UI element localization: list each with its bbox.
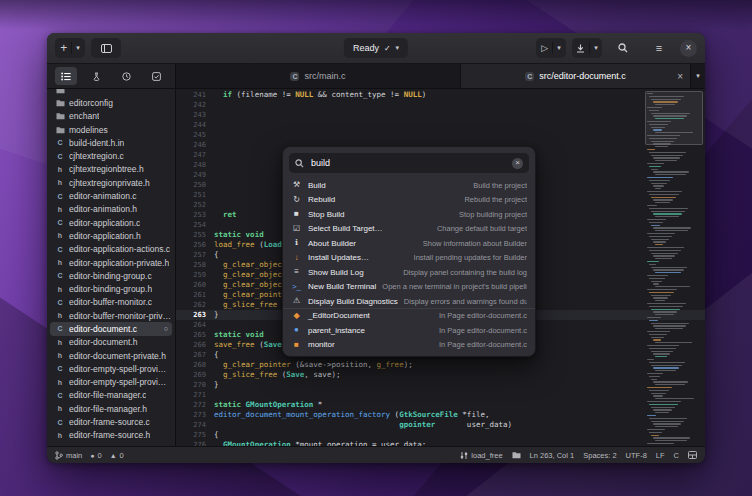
code-text: static void xyxy=(214,230,264,240)
todo-tab[interactable] xyxy=(145,67,167,85)
build-pipeline-tab[interactable] xyxy=(85,67,107,85)
code-line[interactable]: 245 xyxy=(176,130,705,140)
file-tree-item[interactable]: Ceditor-application.c xyxy=(47,216,175,229)
project-tree-tab[interactable] xyxy=(55,67,77,85)
project-folder-button[interactable] xyxy=(512,451,521,459)
code-line[interactable]: 270} xyxy=(176,380,705,390)
file-tree-item[interactable]: Ceditor-frame-source.c xyxy=(47,415,175,428)
error-count[interactable]: ● 0 xyxy=(90,451,101,460)
cursor-position[interactable]: Ln 263, Col 1 xyxy=(530,451,575,460)
code-line[interactable]: 276 GMountOperation *mount_operation = u… xyxy=(176,440,705,446)
search-result-row[interactable]: ↻RebuildRebuild the project xyxy=(283,193,535,208)
chevron-down-icon[interactable]: ▾ xyxy=(557,44,561,52)
search-result-row[interactable]: ●parent_instanceIn Page editor-document.… xyxy=(283,323,535,338)
line-number: 247 xyxy=(176,150,214,160)
line-number: 257 xyxy=(176,250,214,260)
plus-icon[interactable]: + xyxy=(60,42,67,54)
line-number: 270 xyxy=(176,380,214,390)
search-result-row[interactable]: ⚒BuildBuild the project xyxy=(283,178,535,193)
file-tree-item[interactable]: heditor-application.h xyxy=(47,229,175,242)
close-tab-icon[interactable]: × xyxy=(677,71,683,82)
window-close-button[interactable]: × xyxy=(680,40,697,57)
search-input[interactable] xyxy=(309,157,507,169)
file-tree-item[interactable]: Cbuild-ident.h.in xyxy=(47,136,175,149)
file-tree-item[interactable]: heditor-empty-spell-provider.h xyxy=(47,376,175,389)
file-tree-item[interactable]: heditor-frame-source.h xyxy=(47,429,175,442)
new-document-split-button[interactable]: + ▾ xyxy=(55,38,85,58)
c-file-icon: C xyxy=(55,392,65,399)
device-selector-split-button[interactable]: ▾ xyxy=(572,38,602,58)
search-result-row[interactable]: ⚠Display Build DiagnosticsDisplay errors… xyxy=(283,294,535,309)
file-tree-item[interactable]: heditor-document.h xyxy=(47,336,175,349)
file-tree-item[interactable]: heditor-document-private.h xyxy=(47,349,175,362)
global-search-button[interactable] xyxy=(608,38,638,58)
file-tree-item[interactable]: heditor-file-manager.h xyxy=(47,402,175,415)
run-profile-indicator[interactable]: load_free xyxy=(460,451,502,460)
tab-list-button[interactable]: ▾ xyxy=(691,64,705,88)
code-line[interactable]: 274 gpointer user_data) xyxy=(176,420,705,430)
chevron-down-icon[interactable]: ▾ xyxy=(76,44,80,52)
search-result-label: Build xyxy=(308,181,326,190)
header-file-icon: h xyxy=(55,232,65,239)
search-result-row[interactable]: ◆_EditorDocumentIn Page editor-document.… xyxy=(283,309,535,324)
clear-search-button[interactable]: × xyxy=(512,158,523,169)
file-tree-item[interactable]: Ceditor-buffer-monitor.c xyxy=(47,296,175,309)
cursor-position-label: Ln 263, Col 1 xyxy=(530,451,575,460)
file-tree-item[interactable]: Ceditor-binding-group.c xyxy=(47,269,175,282)
file-tree-item[interactable]: Ceditor-animation.c xyxy=(47,189,175,202)
search-box[interactable]: × xyxy=(289,153,529,173)
code-line[interactable]: 269 g_slice_free (Save, save); xyxy=(176,370,705,380)
file-tree-item[interactable]: modelines xyxy=(47,123,175,136)
file-tree-item[interactable]: hcjhtextregionbtree.h xyxy=(47,163,175,176)
git-branch-indicator[interactable]: main xyxy=(55,451,82,460)
search-result-row[interactable]: >_New Build TerminalOpen a new terminal … xyxy=(283,280,535,295)
code-line[interactable]: 275{ xyxy=(176,430,705,440)
file-tree-item[interactable]: Ceditor-empty-spell-provider.c xyxy=(47,362,175,375)
warning-count[interactable]: ▲ 0 xyxy=(110,451,124,460)
file-tree-item[interactable]: enchant xyxy=(47,110,175,123)
file-tree-item[interactable]: heditor-buffer-monitor-private.h xyxy=(47,309,175,322)
chevron-down-icon[interactable]: ▾ xyxy=(594,44,598,52)
file-tree-item[interactable] xyxy=(47,89,175,96)
search-result-row[interactable]: ↓Install Updates…Install pending updates… xyxy=(283,251,535,266)
file-tree-item[interactable]: Ceditor-document.c○ xyxy=(50,322,172,335)
code-line[interactable]: 244 xyxy=(176,120,705,130)
flask-icon xyxy=(92,72,101,81)
toggle-bottom-panel-button[interactable] xyxy=(688,451,697,459)
file-tree-item[interactable]: Ccjhtextregion.c xyxy=(47,149,175,162)
search-result-row[interactable]: ■Stop BuildStop building project xyxy=(283,207,535,222)
code-line[interactable]: 271 xyxy=(176,390,705,400)
code-line[interactable]: 243 xyxy=(176,110,705,120)
history-tab[interactable] xyxy=(115,67,137,85)
code-line[interactable]: 242 xyxy=(176,100,705,110)
run-split-button[interactable]: ▷ ▾ xyxy=(536,38,566,58)
indentation-setting[interactable]: Spaces: 2 xyxy=(583,451,616,460)
line-ending-setting[interactable]: LF xyxy=(656,451,665,460)
file-tree-item[interactable]: heditor-binding-group.h xyxy=(47,282,175,295)
search-result-description: Display errors and warnings found during… xyxy=(404,297,527,306)
code-line[interactable]: 241 if (filename != NULL && content_type… xyxy=(176,90,705,100)
file-tree-item[interactable]: heditor-animation.h xyxy=(47,203,175,216)
encoding-setting[interactable]: UTF-8 xyxy=(626,451,647,460)
search-result-row[interactable]: ℹAbout BuilderShow information about Bui… xyxy=(283,236,535,251)
file-tree-item[interactable]: hcjhtextregionprivate.h xyxy=(47,176,175,189)
primary-menu-button[interactable]: ≡ xyxy=(644,38,674,58)
tab-src-editor-document-c[interactable]: C src/editor-document.c × xyxy=(461,64,691,88)
search-result-row[interactable]: ☑Select Build Target…Change default buil… xyxy=(283,222,535,237)
toggle-left-panel-button[interactable] xyxy=(91,38,121,58)
search-result-row[interactable]: ≡Show Build LogDisplay panel containing … xyxy=(283,265,535,280)
search-result-row[interactable]: ■monitorIn Page editor-document.c xyxy=(283,338,535,353)
file-tree-item[interactable]: heditor-application-private.h xyxy=(47,256,175,269)
code-line[interactable]: 272static GMountOperation * xyxy=(176,400,705,410)
code-text: g_slice_free (Save, save); xyxy=(214,370,340,380)
file-tree-item[interactable]: Ceditor-file-manager.c xyxy=(47,389,175,402)
code-line[interactable]: 268 g_clear_pointer (&save->position, g_… xyxy=(176,360,705,370)
code-line[interactable]: 273editor_document_mount_operation_facto… xyxy=(176,410,705,420)
file-tree-item[interactable]: Ceditor-application-actions.c xyxy=(47,243,175,256)
minimap[interactable] xyxy=(645,89,703,446)
play-icon[interactable]: ▷ xyxy=(541,43,548,53)
file-tree-item[interactable]: editorconfig xyxy=(47,96,175,109)
build-status-button[interactable]: Ready ✓ ▾ xyxy=(344,38,408,58)
language-setting[interactable]: C xyxy=(674,451,679,460)
tab-src-main-c[interactable]: C src/main.c xyxy=(176,64,461,88)
